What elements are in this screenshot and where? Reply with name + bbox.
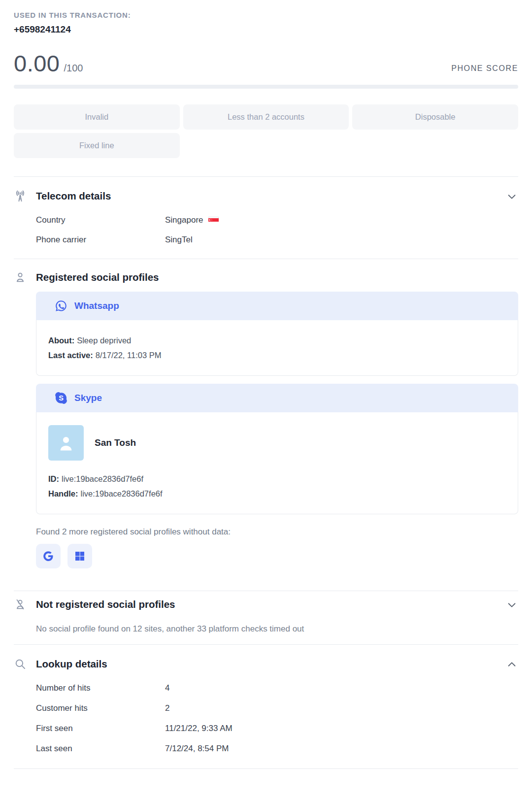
- whatsapp-icon: [55, 299, 67, 312]
- registered-social-profiles-section: Registered social profiles Whatsapp Abou…: [14, 259, 518, 591]
- row-value: 2: [165, 702, 169, 714]
- row-value: 11/21/22, 9:33 AM: [165, 723, 233, 734]
- person-slash-icon: [14, 598, 27, 611]
- registered-profiles-header: Registered social profiles: [14, 271, 518, 284]
- not-registered-summary: No social profile found on 12 sites, ano…: [36, 623, 518, 635]
- telecom-rows: Country Singapore: [36, 214, 518, 246]
- lookup-rows: Number of hits 4 Customer hits 2 First s…: [36, 682, 518, 755]
- skype-profile-body: San Tosh ID:live:19bace2836d7fe6f Handle…: [36, 412, 518, 514]
- whatsapp-last-active: Last active:8/17/22, 11:03 PM: [48, 348, 506, 363]
- row-first-seen: First seen 11/21/22, 9:33 AM: [36, 723, 518, 734]
- chevron-down-icon[interactable]: [506, 191, 517, 204]
- chevron-down-icon[interactable]: [506, 599, 517, 612]
- more-profiles-text: Found 2 more registered social profiles …: [36, 526, 518, 538]
- row-number-of-hits: Number of hits 4: [36, 682, 518, 694]
- row-value: 4: [165, 682, 169, 694]
- not-registered-social-profiles-section: Not registered social profiles No social…: [14, 591, 518, 645]
- google-profile-chip[interactable]: [36, 544, 61, 568]
- whatsapp-profile-header[interactable]: Whatsapp: [36, 292, 518, 320]
- used-in-transaction-label: USED IN THIS TRANSACTION:: [14, 11, 518, 19]
- skype-id: ID:live:19bace2836d7fe6f: [48, 471, 506, 486]
- skype-display-name: San Tosh: [95, 437, 136, 448]
- search-icon: [14, 658, 27, 670]
- flag-badges: Invalid Less than 2 accounts Disposable …: [14, 104, 518, 158]
- row-last-seen: Last seen 7/12/24, 8:54 PM: [36, 743, 518, 755]
- score-progress-bar: [14, 85, 518, 89]
- section-title-telecom: Telecom details: [36, 190, 111, 202]
- skype-profile-header[interactable]: S Skype: [36, 384, 518, 412]
- row-label: Number of hits: [36, 682, 165, 694]
- row-customer-hits: Customer hits 2: [36, 702, 518, 714]
- profile-card-whatsapp: Whatsapp About:Sleep deprived Last activ…: [36, 292, 518, 376]
- microsoft-icon: [74, 550, 86, 562]
- more-profile-chips: [36, 544, 518, 568]
- row-label: Country: [36, 214, 165, 226]
- google-icon: [42, 550, 54, 562]
- badge-fixed-line: Fixed line: [14, 133, 180, 158]
- row-country: Country Singapore: [36, 214, 518, 226]
- badge-invalid: Invalid: [14, 104, 180, 130]
- badge-disposable: Disposable: [352, 104, 518, 130]
- badge-less-than-2-accounts: Less than 2 accounts: [183, 104, 349, 130]
- section-title-not-registered: Not registered social profiles: [36, 598, 175, 610]
- row-value: SingTel: [165, 234, 193, 246]
- singapore-flag-icon: [208, 217, 219, 224]
- telecom-details-header: Telecom details: [14, 190, 518, 202]
- skype-handle: Handle:live:19bace2836d7fe6f: [48, 486, 506, 501]
- score-value: 0.00: [14, 50, 60, 77]
- skype-icon: S: [55, 392, 67, 404]
- antenna-icon: [14, 190, 27, 202]
- divider: [14, 768, 518, 769]
- row-label: Last seen: [36, 743, 165, 755]
- row-value: 7/12/24, 8:54 PM: [165, 743, 229, 755]
- score-row: 0.00 /100 PHONE SCORE: [14, 50, 518, 77]
- profile-card-skype: S Skype San Tosh: [36, 384, 518, 514]
- profile-cards: Whatsapp About:Sleep deprived Last activ…: [36, 292, 518, 568]
- phone-number: +6598241124: [14, 24, 518, 35]
- profile-name: Whatsapp: [74, 300, 119, 311]
- row-value: Singapore: [165, 214, 203, 226]
- section-title-lookup: Lookup details: [36, 658, 107, 670]
- svg-text:S: S: [59, 394, 64, 402]
- microsoft-profile-chip[interactable]: [67, 544, 92, 568]
- avatar: [48, 425, 84, 461]
- lookup-details-header: Lookup details: [14, 658, 518, 670]
- row-label: Phone carrier: [36, 234, 165, 246]
- row-label: First seen: [36, 723, 165, 734]
- telecom-details-section: Telecom details Country Singapore: [14, 177, 518, 259]
- phone-score-panel: USED IN THIS TRANSACTION: +6598241124 0.…: [0, 0, 532, 769]
- row-label: Customer hits: [36, 702, 165, 714]
- person-icon: [14, 271, 27, 284]
- chevron-up-icon[interactable]: [506, 659, 517, 672]
- lookup-details-section: Lookup details Number of hits 4 Customer…: [14, 645, 518, 769]
- phone-score-label: PHONE SCORE: [451, 64, 518, 77]
- section-title-registered: Registered social profiles: [36, 271, 159, 283]
- whatsapp-about: About:Sleep deprived: [48, 333, 506, 348]
- profile-name: Skype: [74, 393, 102, 403]
- whatsapp-profile-body: About:Sleep deprived Last active:8/17/22…: [36, 320, 518, 376]
- row-phone-carrier: Phone carrier SingTel: [36, 234, 518, 246]
- not-registered-header: Not registered social profiles: [14, 598, 518, 611]
- score-max: /100: [64, 63, 83, 74]
